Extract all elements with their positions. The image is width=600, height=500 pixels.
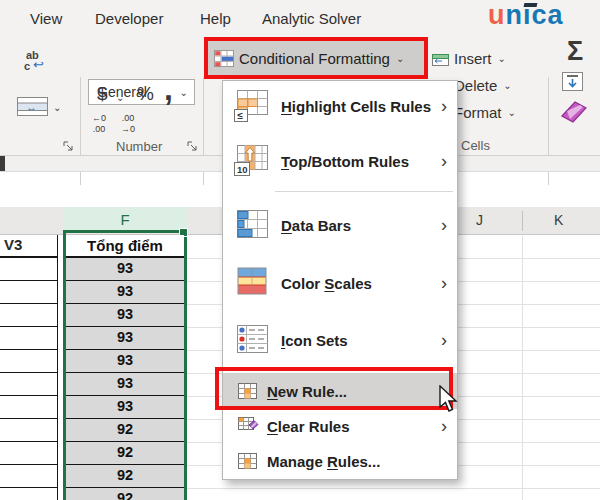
- menu-item-clear-rules[interactable]: Clear Rules ›: [223, 409, 457, 443]
- comma-style-button[interactable]: ,: [164, 71, 173, 108]
- column-header-k[interactable]: K: [554, 212, 563, 228]
- name-box-fragment: [0, 156, 5, 171]
- clear-rules-icon: [237, 416, 261, 436]
- clear-eraser-button[interactable]: [555, 97, 589, 123]
- submenu-arrow-icon: ›: [441, 151, 447, 172]
- conditional-formatting-label: Conditional Formatting: [239, 50, 390, 67]
- autosum-button[interactable]: Σ: [567, 36, 583, 67]
- conditional-formatting-button[interactable]: Conditional Formatting ⌄: [208, 41, 424, 75]
- svg-text:10: 10: [237, 164, 248, 175]
- column-header-j[interactable]: J: [476, 212, 483, 228]
- table-row[interactable]: 92: [66, 488, 184, 500]
- table-row[interactable]: 92: [66, 442, 184, 465]
- menu-analytic-solver[interactable]: Analytic Solver: [262, 10, 361, 27]
- table-row[interactable]: 93: [66, 327, 184, 350]
- number-dialog-launcher-icon[interactable]: [187, 141, 199, 153]
- menu-item-data-bars[interactable]: Data Bars ›: [223, 199, 457, 251]
- table-row[interactable]: 93: [66, 304, 184, 327]
- fill-down-button[interactable]: [562, 72, 583, 91]
- insert-label: Insert: [454, 50, 492, 67]
- highlight-cells-rules-icon: ≤: [233, 89, 273, 123]
- insert-cells-icon: [432, 52, 449, 66]
- top-bottom-rules-icon: 10: [233, 144, 273, 178]
- wrap-text-icon-part: c: [24, 60, 30, 72]
- left-column-cells[interactable]: [0, 258, 58, 500]
- menu-item-icon-sets[interactable]: Icon Sets ›: [223, 314, 457, 366]
- f-column: Tổng điểm 93 93 93 93 93 93 93 92 92 92 …: [66, 235, 184, 500]
- format-label: Format: [454, 104, 502, 121]
- menu-item-color-scales[interactable]: Color Scales ›: [223, 257, 457, 309]
- conditional-formatting-menu: ≤ Highlight Cells Rules › 10 Top/Bottom …: [222, 80, 458, 480]
- alignment-dialog-launcher-icon[interactable]: [63, 141, 75, 153]
- decrease-decimal-bottom: →0: [121, 124, 135, 135]
- table-row[interactable]: 93: [66, 373, 184, 396]
- increase-decimal-top: ←0: [92, 113, 106, 124]
- menu-separator: [275, 191, 453, 192]
- mouse-cursor: [437, 385, 459, 415]
- table-row[interactable]: 92: [66, 419, 184, 442]
- insert-button[interactable]: Insert ⌄: [432, 50, 506, 67]
- excel-window: View Developer Help Analytic Solver unic…: [0, 0, 600, 500]
- table-row[interactable]: 93: [66, 281, 184, 304]
- merge-center-icon[interactable]: ↔: [17, 95, 49, 118]
- currency-chevron-icon[interactable]: ⌄: [116, 92, 124, 103]
- percent-style-button[interactable]: %: [137, 83, 154, 105]
- data-bars-icon: [233, 208, 273, 242]
- svg-text:↔: ↔: [26, 101, 37, 113]
- chevron-down-icon: ⌄: [498, 53, 506, 64]
- decrease-decimal-top: .00: [121, 113, 135, 124]
- menu-view[interactable]: View: [30, 10, 62, 27]
- submenu-arrow-icon: ›: [441, 96, 447, 117]
- number-group-label: Number: [116, 139, 162, 154]
- menu-bar: View Developer Help Analytic Solver unic…: [0, 0, 600, 35]
- submenu-arrow-icon: ›: [441, 330, 447, 351]
- header-tick: [522, 211, 523, 231]
- table-row[interactable]: 93: [66, 396, 184, 419]
- table-row[interactable]: 92: [66, 465, 184, 488]
- increase-decimal-button[interactable]: ←0 .00: [92, 113, 106, 135]
- submenu-arrow-icon: ›: [441, 215, 447, 236]
- delete-label: Delete: [454, 77, 497, 94]
- wrap-arrow-icon: ↩: [33, 57, 44, 72]
- submenu-arrow-icon: ›: [441, 273, 447, 294]
- f-header-cell[interactable]: Tổng điểm: [66, 235, 184, 258]
- conditional-formatting-icon: [214, 50, 234, 67]
- chevron-down-icon: ⌄: [180, 81, 188, 105]
- menu-item-highlight-cells-rules[interactable]: ≤ Highlight Cells Rules ›: [223, 81, 457, 131]
- chevron-down-icon: ⌄: [508, 107, 516, 118]
- selection-border-right: [184, 230, 187, 500]
- svg-text:≤: ≤: [238, 110, 244, 121]
- menu-developer[interactable]: Developer: [95, 10, 163, 27]
- chevron-down-icon: ⌄: [396, 53, 404, 64]
- left-column-header-cell[interactable]: V3: [0, 235, 58, 258]
- chevron-down-icon: ⌄: [503, 80, 511, 91]
- color-scales-icon: [233, 266, 273, 300]
- currency-button[interactable]: $: [97, 83, 108, 105]
- merge-chevron-icon[interactable]: ⌄: [53, 102, 61, 113]
- icon-sets-icon: [233, 323, 273, 357]
- increase-decimal-bottom: .00: [92, 124, 106, 135]
- menu-item-top-bottom-rules[interactable]: 10 Top/Bottom Rules ›: [223, 136, 457, 186]
- table-row[interactable]: 93: [66, 258, 184, 281]
- manage-rules-icon: [237, 451, 261, 471]
- cells-group-label: Cells: [461, 138, 490, 153]
- selection-border-top: [63, 230, 187, 233]
- menu-item-manage-rules[interactable]: Manage Rules...: [223, 443, 457, 479]
- gridline-jk: [522, 236, 523, 500]
- annotation-box-new-rule: [215, 367, 453, 410]
- decrease-decimal-button[interactable]: .00 →0: [121, 113, 135, 135]
- graduation-cap-icon: [524, 3, 538, 7]
- menu-help[interactable]: Help: [200, 10, 231, 27]
- submenu-arrow-icon: ›: [441, 416, 447, 437]
- table-row[interactable]: 93: [66, 350, 184, 373]
